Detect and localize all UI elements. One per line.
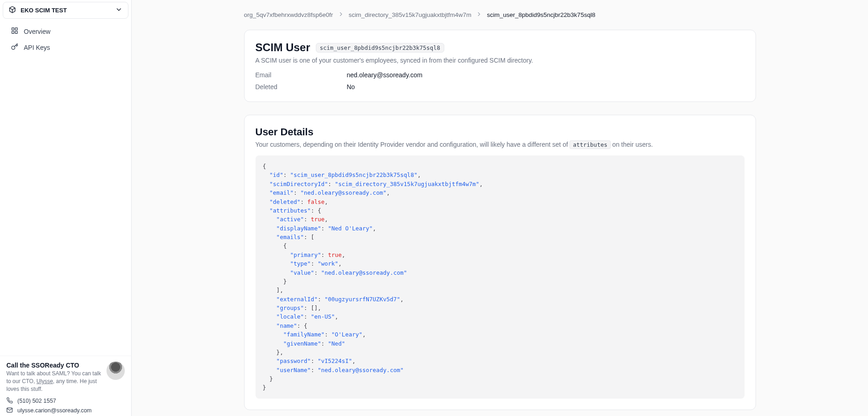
svg-rect-1 xyxy=(12,28,14,30)
attributes-code: attributes xyxy=(570,140,610,149)
cto-email-row: ulysse.carion@ssoready.com xyxy=(6,407,125,415)
cto-card-description: Want to talk about SAML? You can talk to… xyxy=(6,370,103,394)
sidebar-item-label: API Keys xyxy=(24,44,50,51)
project-name: EKO SCIM TEST xyxy=(21,7,67,14)
user-details-json: { "id": "scim_user_8pbdid9s5ncjbr22b3k75… xyxy=(256,155,745,399)
breadcrumb-directory[interactable]: scim_directory_385v15k7ugjuakxtbjtfm4w7m xyxy=(349,11,472,18)
phone-icon xyxy=(6,397,13,405)
chevron-right-icon xyxy=(476,11,482,19)
mail-icon xyxy=(6,407,13,415)
kv-value-deleted: No xyxy=(347,83,745,91)
cto-name-link[interactable]: Ulysse xyxy=(37,378,53,384)
svg-rect-4 xyxy=(12,31,14,33)
user-details-title: User Details xyxy=(256,126,745,138)
grid-icon xyxy=(11,27,18,36)
page-title: SCIM User xyxy=(256,41,310,54)
cto-phone-row: (510) 502 1557 xyxy=(6,397,125,405)
cto-card: Call the SSOReady CTO Want to talk about… xyxy=(0,356,131,416)
user-details-subtitle: Your customers, depending on their Ident… xyxy=(256,141,745,148)
scim-user-subtitle: A SCIM user is one of your customer's em… xyxy=(256,57,745,64)
sidebar-item-label: Overview xyxy=(24,28,50,35)
sidebar-item-api-keys[interactable]: API Keys xyxy=(5,39,126,55)
breadcrumb: org_5qv7xfbehrxwddvz8fsp6e0fr scim_direc… xyxy=(244,11,756,19)
svg-rect-3 xyxy=(15,31,17,33)
sidebar-item-overview[interactable]: Overview xyxy=(5,23,126,39)
cube-icon xyxy=(9,6,16,15)
kv-value-email: ned.oleary@ssoready.com xyxy=(347,71,745,79)
key-icon xyxy=(11,43,18,52)
main-content: org_5qv7xfbehrxwddvz8fsp6e0fr scim_direc… xyxy=(132,0,868,416)
scim-user-id-badge: scim_user_8pbdid9s5ncjbr22b3k75sql8 xyxy=(316,43,444,53)
cto-card-title: Call the SSOReady CTO xyxy=(6,362,103,369)
cto-email: ulysse.carion@ssoready.com xyxy=(17,407,92,414)
breadcrumb-org[interactable]: org_5qv7xfbehrxwddvz8fsp6e0fr xyxy=(244,11,333,18)
sidebar: EKO SCIM TEST Overview API Key xyxy=(0,0,132,416)
user-details-card: User Details Your customers, depending o… xyxy=(244,115,756,410)
sidebar-nav: Overview API Keys xyxy=(3,23,128,55)
kv-label-email: Email xyxy=(256,71,347,79)
breadcrumb-current: scim_user_8pbdid9s5ncjbr22b3k75sql8 xyxy=(487,11,595,18)
avatar xyxy=(107,362,125,380)
cto-phone: (510) 502 1557 xyxy=(17,398,56,404)
chevron-down-icon xyxy=(115,6,122,15)
chevron-right-icon xyxy=(338,11,344,19)
svg-rect-2 xyxy=(15,28,17,30)
scim-user-card: SCIM User scim_user_8pbdid9s5ncjbr22b3k7… xyxy=(244,30,756,102)
project-selector[interactable]: EKO SCIM TEST xyxy=(3,2,128,19)
kv-label-deleted: Deleted xyxy=(256,83,347,91)
